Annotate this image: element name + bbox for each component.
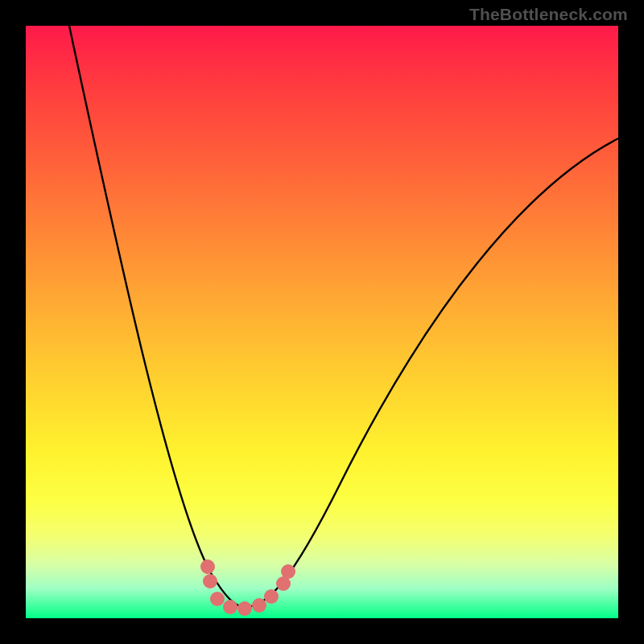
bottleneck-curve [69,26,618,607]
watermark-text: TheBottleneck.com [469,5,628,24]
marker-3 [223,600,237,614]
marker-8 [281,564,295,579]
marker-4 [237,601,252,616]
marker-group [200,559,295,616]
chart-area [26,26,618,618]
marker-0 [200,559,215,574]
marker-5 [252,598,266,613]
marker-6 [264,589,279,604]
chart-svg [26,26,618,618]
marker-2 [210,592,225,606]
marker-1 [203,574,217,588]
